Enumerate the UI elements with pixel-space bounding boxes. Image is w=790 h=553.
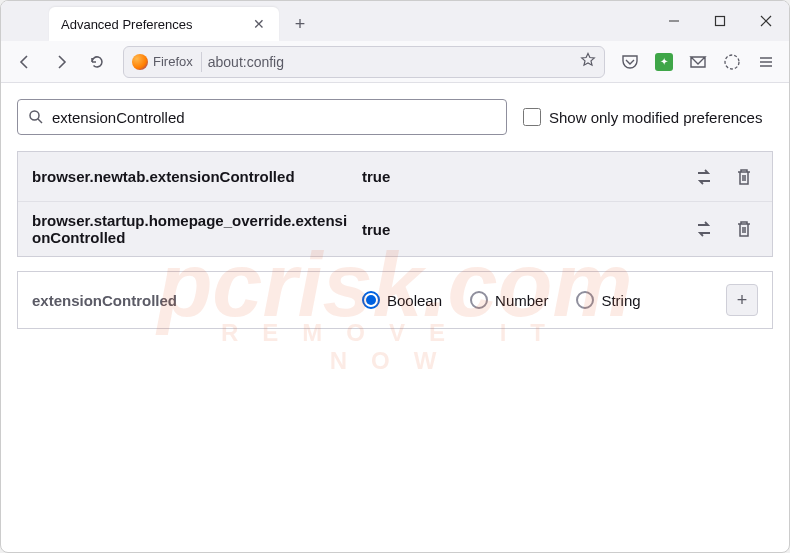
search-box[interactable]: [17, 99, 507, 135]
radio-label: Number: [495, 292, 548, 309]
radio-label: String: [601, 292, 640, 309]
forward-button[interactable]: [45, 46, 77, 78]
delete-button[interactable]: [730, 163, 758, 191]
radio-icon: [576, 291, 594, 309]
show-modified-toggle[interactable]: Show only modified preferences: [523, 108, 762, 126]
create-pref-name: extensionControlled: [32, 292, 362, 309]
type-radio-group: Boolean Number String: [362, 291, 726, 309]
radio-icon: [362, 291, 380, 309]
radio-number[interactable]: Number: [470, 291, 548, 309]
search-icon: [28, 109, 44, 125]
inbox-icon[interactable]: [683, 47, 713, 77]
pref-value: true: [362, 221, 690, 238]
pref-value: true: [362, 168, 690, 185]
radio-string[interactable]: String: [576, 291, 640, 309]
menu-button[interactable]: [751, 47, 781, 77]
radio-label: Boolean: [387, 292, 442, 309]
delete-button[interactable]: [730, 215, 758, 243]
tab-title: Advanced Preferences: [61, 17, 193, 32]
close-window-button[interactable]: [743, 1, 789, 41]
reload-button[interactable]: [81, 46, 113, 78]
minimize-button[interactable]: [651, 1, 697, 41]
add-pref-button[interactable]: +: [726, 284, 758, 316]
browser-window: Advanced Preferences ✕ + Firefox: [0, 0, 790, 553]
pref-name: browser.newtab.extensionControlled: [32, 168, 362, 185]
svg-rect-1: [716, 17, 725, 26]
back-button[interactable]: [9, 46, 41, 78]
svg-point-4: [725, 55, 739, 69]
pref-row: browser.startup.homepage_override.extens…: [18, 202, 772, 256]
show-modified-checkbox[interactable]: [523, 108, 541, 126]
pocket-icon[interactable]: [615, 47, 645, 77]
tab-close-icon[interactable]: ✕: [251, 16, 267, 32]
create-pref-row: extensionControlled Boolean Number Strin…: [17, 271, 773, 329]
account-icon[interactable]: [717, 47, 747, 77]
maximize-button[interactable]: [697, 1, 743, 41]
new-tab-button[interactable]: +: [285, 9, 315, 39]
tab-active[interactable]: Advanced Preferences ✕: [49, 7, 279, 41]
pref-name: browser.startup.homepage_override.extens…: [32, 212, 362, 246]
window-controls: [651, 1, 789, 41]
toggle-button[interactable]: [690, 163, 718, 191]
nav-toolbar: Firefox about:config ✦: [1, 41, 789, 83]
pref-table: browser.newtab.extensionControlled true …: [17, 151, 773, 257]
bookmark-star-icon[interactable]: [580, 52, 596, 72]
identity-label: Firefox: [153, 54, 193, 69]
svg-line-9: [38, 119, 42, 123]
toggle-button[interactable]: [690, 215, 718, 243]
identity-box[interactable]: Firefox: [132, 52, 202, 72]
show-modified-label: Show only modified preferences: [549, 109, 762, 126]
firefox-logo-icon: [132, 54, 148, 70]
search-input[interactable]: [52, 109, 496, 126]
pref-row: browser.newtab.extensionControlled true: [18, 152, 772, 202]
radio-boolean[interactable]: Boolean: [362, 291, 442, 309]
search-row: Show only modified preferences: [17, 99, 773, 135]
radio-icon: [470, 291, 488, 309]
url-text: about:config: [208, 54, 284, 70]
extension-green-icon[interactable]: ✦: [649, 47, 679, 77]
url-bar[interactable]: Firefox about:config: [123, 46, 605, 78]
svg-point-8: [30, 111, 39, 120]
about-config-content: Show only modified preferences browser.n…: [1, 83, 789, 345]
